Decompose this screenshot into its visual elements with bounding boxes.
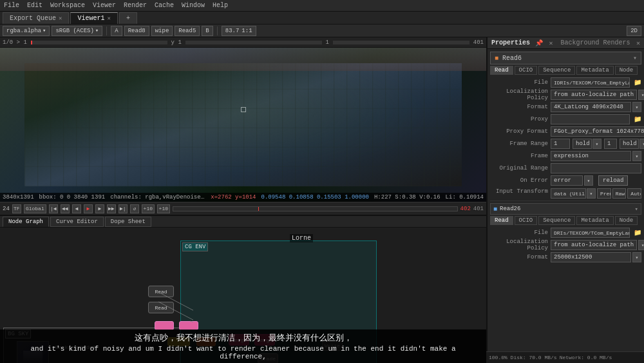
node1-collapse-icon[interactable]: ▾ — [633, 54, 637, 62]
timeline-back-btn[interactable]: ◀ — [72, 204, 81, 213]
timeline-start-btn[interactable]: |◀ — [49, 204, 58, 213]
format2-dropdown: 25000x12500 ▾ — [551, 252, 641, 262]
timeline-plus10-btn[interactable]: +10 — [157, 204, 170, 213]
frame-expr-value[interactable]: expression — [551, 151, 631, 161]
menu-item-help[interactable]: Help — [213, 2, 228, 9]
menu-item-window[interactable]: Window — [182, 2, 205, 9]
timeline-loop-btn[interactable]: ↺ — [130, 204, 139, 213]
raw-data-value[interactable]: Raw Data — [612, 188, 627, 199]
read5-selector[interactable]: Read5 — [175, 26, 200, 36]
tab-close-viewer1[interactable]: ✕ — [107, 15, 110, 22]
file-value[interactable]: IDRIs/TEXCOM/TCom_EmptyLand_4K_hdri_sphe… — [551, 77, 630, 88]
hold-dropdown: hold ▾ — [573, 139, 601, 149]
node1-header[interactable]: ■ Read6 ▾ — [490, 52, 641, 64]
data-util-arrow[interactable]: ▾ — [587, 188, 596, 199]
menu-item-workspace[interactable]: Workspace — [50, 2, 85, 9]
auto-alpha-value[interactable]: Auto Alpha — [627, 188, 641, 199]
format-arrow[interactable]: ▾ — [632, 102, 641, 112]
tab2-ocio[interactable]: OCIO — [515, 216, 538, 225]
hold2-arrow[interactable]: ▾ — [639, 139, 644, 149]
tab-metadata[interactable]: Metadata — [576, 66, 613, 75]
tab-sequence[interactable]: Sequence — [538, 66, 575, 75]
timeline-fwd-btn[interactable]: ▶ — [95, 204, 104, 213]
tab-export-queue[interactable]: Export Queue ✕ — [3, 12, 69, 24]
channels-selector[interactable]: rgba.alpha ▾ — [3, 26, 50, 36]
proxy-browse-icon[interactable]: 📁 — [634, 115, 641, 123]
viewer-canvas: 3840x1391 bbox: 0 0 3840 1391 channels: … — [0, 48, 486, 202]
error-value[interactable]: error — [551, 175, 583, 186]
timeline-skip10-btn[interactable]: +10 — [142, 204, 155, 213]
menu-item-edit[interactable]: Edit — [27, 2, 43, 9]
frame-arrow[interactable]: ▾ — [632, 151, 641, 161]
nav-scrubber[interactable] — [31, 41, 167, 44]
data-util-dropdown: data (Util) ▾ — [551, 188, 596, 199]
node-read-left1[interactable]: Read — [148, 286, 174, 297]
hold-value[interactable]: hold — [573, 139, 592, 149]
nav-scrubber3[interactable] — [333, 41, 469, 44]
file-browse-icon[interactable]: 📁 — [634, 79, 641, 86]
hold-arrow[interactable]: ▾ — [592, 139, 601, 149]
menu-item-cache[interactable]: Cache — [155, 2, 174, 9]
node-read-left2[interactable]: Read — [148, 302, 174, 313]
timeline-prev-btn[interactable]: ◀◀ — [61, 204, 70, 213]
props-pin-icon[interactable]: 📌 — [535, 39, 543, 47]
localize2-arrow[interactable]: ▾ — [638, 240, 644, 250]
tab-node[interactable]: Node — [615, 66, 638, 75]
menu-item-file[interactable]: File — [4, 2, 19, 9]
disk-status: 100.0% Disk: 70.0 MB/s — [489, 355, 557, 360]
menu-item-render[interactable]: Render — [124, 2, 147, 9]
tab2-read[interactable]: Read — [490, 216, 513, 225]
tab2-node[interactable]: Node — [615, 216, 638, 225]
format2-value[interactable]: 25000x12500 — [551, 252, 631, 262]
orig-range-value[interactable] — [551, 163, 641, 173]
props-close-icon[interactable]: ✕ — [549, 39, 553, 47]
bg-renders-close[interactable]: ✕ — [636, 39, 640, 47]
node2-header[interactable]: ■ Read26 ▾ — [490, 203, 641, 215]
timeline-ffwd-btn[interactable]: ▶▶ — [107, 204, 116, 213]
tab-node-graph[interactable]: Node Graph — [3, 217, 49, 227]
frame-range-start[interactable]: 1 — [551, 139, 570, 149]
tab2-metadata[interactable]: Metadata — [576, 216, 613, 225]
tab-new[interactable]: + — [119, 12, 137, 24]
localize-value[interactable]: from auto-localize path — [551, 90, 637, 100]
tab-ocio[interactable]: OCIO — [515, 66, 538, 75]
nav-scrubber2[interactable] — [185, 41, 322, 44]
file2-browse-icon[interactable]: 📁 — [634, 229, 641, 237]
menu-item-viewer[interactable]: Viewer — [93, 2, 116, 9]
tab-close-export[interactable]: ✕ — [59, 15, 62, 22]
tab-viewer1[interactable]: Viewer1 ✕ — [70, 12, 117, 24]
error-dropdown: error ▾ — [551, 175, 593, 186]
wipe-selector[interactable]: wipe — [151, 26, 173, 36]
prop-file-row: File IDRIs/TEXCOM/TCom_EmptyLand_4K_hdri… — [490, 77, 641, 88]
tab-read[interactable]: Read — [490, 66, 513, 75]
localize-arrow[interactable]: ▾ — [638, 90, 644, 100]
frame-range-end[interactable]: 1 — [604, 139, 617, 149]
reload-button[interactable]: reload — [598, 175, 628, 186]
data-util-value[interactable]: data (Util) — [551, 188, 586, 199]
error-arrow[interactable]: ▾ — [584, 175, 593, 186]
premultiply-value[interactable]: Premultiple — [597, 188, 611, 199]
localize2-value[interactable]: from auto-localize path — [551, 240, 637, 250]
proxy-format-value[interactable]: FGot_proxy_format 1024x778 — [551, 126, 644, 137]
hold2-value[interactable]: hold — [620, 139, 639, 149]
timeline-play-btn[interactable]: ▶ — [84, 204, 93, 213]
node2-collapse-icon[interactable]: ▾ — [635, 206, 638, 213]
format2-arrow[interactable]: ▾ — [632, 252, 641, 262]
read8-selector[interactable]: Read8 — [124, 26, 149, 36]
format-value[interactable]: 4K_LatLong 4096x2048 — [551, 102, 631, 112]
tab2-sequence[interactable]: Sequence — [538, 216, 575, 225]
node-pink2[interactable] — [179, 321, 198, 330]
timeline-tf-btn[interactable]: TF — [12, 204, 21, 213]
colorspace-selector[interactable]: sRGB (ACES) ▾ — [52, 26, 102, 36]
tab-dope-sheet[interactable]: Dope Sheet — [105, 217, 151, 227]
timeline-end-btn[interactable]: ▶| — [118, 204, 128, 213]
dimension-toggle[interactable]: 2D — [627, 26, 641, 36]
proxy-value[interactable] — [551, 114, 630, 124]
node1-tabs: Read OCIO Sequence Metadata Node — [490, 66, 641, 75]
node-pink1[interactable] — [155, 321, 174, 330]
timeline-global-btn[interactable]: Global — [24, 204, 46, 213]
timeline-track[interactable] — [173, 206, 458, 211]
format-label: Format — [490, 104, 548, 110]
tab-curve-editor[interactable]: Curve Editor — [50, 217, 104, 227]
file2-value[interactable]: DRIs/TEXCOM/TCom_EmptyLand_4K_hdri_spher… — [551, 228, 630, 238]
